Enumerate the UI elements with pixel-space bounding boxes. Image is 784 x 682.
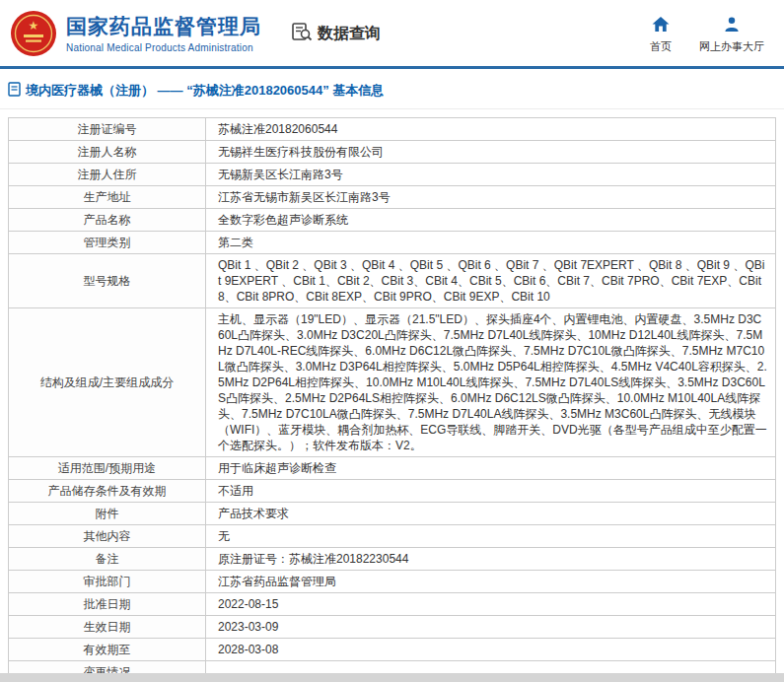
org-names: 国家药品监督管理局 National Medical Products Admi… [66,14,261,53]
row-value: 第二类 [206,232,776,254]
row-label: 产品储存条件及有效期 [9,480,206,503]
footer-strip [0,673,784,682]
row-label: 备注 [9,548,206,571]
org-name-en: National Medical Products Administration [66,42,261,53]
row-label: 注册人住所 [9,164,206,186]
org-name-cn: 国家药品监督管理局 [66,14,261,39]
row-value: 2028-03-08 [206,639,776,661]
row-label: 适用范围/预期用途 [9,457,206,480]
info-table-body: 注册证编号苏械注准20182060544注册人名称无锡祥生医疗科技股份有限公司注… [9,118,776,682]
row-value: 全数字彩色超声诊断系统 [206,209,776,232]
nav-home[interactable]: 首页 [650,16,672,54]
info-table: 注册证编号苏械注准20182060544注册人名称无锡祥生医疗科技股份有限公司注… [8,117,776,682]
table-row: 注册证编号苏械注准20182060544 [9,118,776,141]
row-value: 无锡新吴区长江南路3号 [206,164,776,186]
row-value: 无 [206,525,776,548]
row-label: 批准日期 [9,593,206,616]
row-label: 有效期至 [9,639,206,661]
row-label: 附件 [9,503,206,525]
row-label: 注册人名称 [9,141,206,164]
table-row: 管理类别第二类 [9,232,776,254]
table-row: 注册人名称无锡祥生医疗科技股份有限公司 [9,141,776,164]
table-row: 生产地址江苏省无锡市新吴区长江南路3号 [9,186,776,209]
module-title: 数据查询 [291,21,381,46]
row-value: 原注册证号：苏械注准20182230544 [206,548,776,571]
breadcrumb-text: 境内医疗器械（注册） —— “苏械注准20182060544” 基本信息 [26,82,384,100]
national-emblem-icon: ★ [10,10,57,57]
row-value: 苏械注准20182060544 [206,118,776,141]
row-value: 用于临床超声诊断检查 [206,457,776,480]
nav-hall-label: 网上办事大厅 [699,39,764,54]
row-label: 结构及组成/主要组成成分 [9,308,206,457]
data-query-icon [291,21,313,46]
table-row: 批准日期2022-08-15 [9,593,776,616]
row-label: 注册证编号 [9,118,206,141]
row-label: 管理类别 [9,232,206,254]
document-icon [8,82,21,100]
home-icon [651,16,671,36]
table-row: 注册人住所无锡新吴区长江南路3号 [9,164,776,186]
row-value: 产品技术要求 [206,503,776,525]
row-label: 产品名称 [9,209,206,232]
header-nav: 首页 网上办事大厅 [650,16,764,54]
table-row: 生效日期2023-03-09 [9,616,776,639]
page: ★ 国家药品监督管理局 National Medical Products Ad… [0,0,784,682]
table-row: 结构及组成/主要组成成分主机、显示器（19"LED）、显示器（21.5"LED）… [9,308,776,457]
row-label: 生产地址 [9,186,206,209]
site-header: ★ 国家药品监督管理局 National Medical Products Ad… [0,0,784,66]
row-label: 型号规格 [9,254,206,308]
row-value: 2022-08-15 [206,593,776,616]
row-label: 审批部门 [9,571,206,593]
header-left: ★ 国家药品监督管理局 National Medical Products Ad… [10,10,381,57]
row-value: 主机、显示器（19"LED）、显示器（21.5"LED）、探头插座4个、内置锂电… [206,308,776,457]
table-row: 备注原注册证号：苏械注准20182230544 [9,548,776,571]
row-label: 其他内容 [9,525,206,548]
table-row: 其他内容无 [9,525,776,548]
row-value: 江苏省无锡市新吴区长江南路3号 [206,186,776,209]
module-label: 数据查询 [318,24,381,44]
table-row: 审批部门江苏省药品监督管理局 [9,571,776,593]
row-label: 生效日期 [9,616,206,639]
svg-text:★: ★ [29,19,39,33]
nav-home-label: 首页 [650,39,672,54]
table-row: 适用范围/预期用途用于临床超声诊断检查 [9,457,776,480]
table-row: 型号规格QBit 1 、QBit 2 、QBit 3 、QBit 4 、QBit… [9,254,776,308]
table-row: 产品名称全数字彩色超声诊断系统 [9,209,776,232]
row-value: 江苏省药品监督管理局 [206,571,776,593]
nav-service-hall[interactable]: 网上办事大厅 [699,16,764,54]
row-value: 2023-03-09 [206,616,776,639]
table-row: 有效期至2028-03-08 [9,639,776,661]
row-value: 不适用 [206,480,776,503]
row-value: QBit 1 、QBit 2 、QBit 3 、QBit 4 、QBit 5 、… [206,254,776,308]
table-row: 附件产品技术要求 [9,503,776,525]
table-row: 产品储存条件及有效期不适用 [9,480,776,503]
row-value: 无锡祥生医疗科技股份有限公司 [206,141,776,164]
nmpa-emblem: ★ [10,10,57,57]
breadcrumb: 境内医疗器械（注册） —— “苏械注准20182060544” 基本信息 [0,69,784,109]
user-icon [723,16,741,36]
